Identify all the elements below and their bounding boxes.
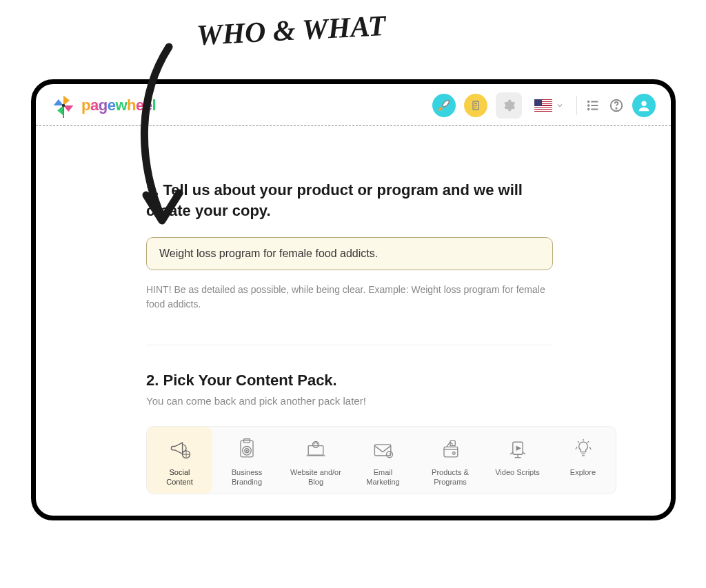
content-packs: Social Content Business Branding	[146, 426, 616, 494]
us-flag-icon	[534, 99, 552, 112]
section-divider	[146, 345, 553, 345]
svg-point-13	[616, 108, 616, 108]
pack-social-content[interactable]: Social Content	[147, 427, 212, 493]
rocket-icon	[438, 99, 450, 112]
section2-title: 2. Pick Your Content Pack.	[146, 372, 616, 389]
list-icon	[585, 98, 601, 113]
svg-point-28	[453, 452, 456, 455]
pack-label: Explore	[570, 468, 596, 477]
document-button[interactable]	[464, 94, 487, 117]
pack-email-marketing[interactable]: 1 Email Marketing	[350, 427, 416, 493]
svg-point-10	[588, 105, 589, 106]
pack-label: Social Content	[155, 468, 204, 486]
device-frame: pagewheel	[31, 79, 676, 520]
pack-video-scripts[interactable]: Video Scripts	[485, 427, 550, 493]
svg-rect-27	[444, 447, 458, 457]
svg-point-0	[62, 104, 65, 108]
laptop-icon	[303, 436, 329, 463]
rocket-button[interactable]	[432, 94, 456, 117]
pack-website-blog[interactable]: Website and/or Blog	[281, 427, 350, 493]
svg-point-9	[588, 101, 589, 103]
target-icon	[234, 436, 260, 463]
product-description-input[interactable]	[146, 237, 553, 270]
document-icon	[470, 100, 481, 111]
megaphone-icon	[167, 436, 193, 463]
person-icon	[636, 98, 652, 113]
pinwheel-icon	[51, 93, 76, 118]
envelope-icon: 1	[370, 436, 396, 463]
svg-point-11	[588, 109, 589, 110]
pack-products-programs[interactable]: Products & Programs	[416, 427, 485, 493]
input-hint: HINT! Be as detailed as possible, while …	[146, 283, 553, 312]
svg-point-20	[246, 450, 248, 452]
svg-point-14	[641, 101, 646, 106]
svg-text:1: 1	[388, 452, 391, 457]
wallet-icon	[437, 436, 463, 463]
pack-label: Email Marketing	[359, 468, 407, 486]
pack-label: Business Branding	[221, 468, 273, 486]
divider	[576, 96, 577, 115]
annotation-callout: WHO & WHAT	[196, 9, 387, 52]
section2-subtitle: You can come back and pick another pack …	[146, 395, 616, 407]
video-icon	[505, 436, 531, 463]
user-avatar[interactable]	[632, 94, 656, 117]
lightbulb-icon	[570, 436, 596, 463]
pack-label: Products & Programs	[424, 468, 476, 486]
chevron-down-icon	[556, 101, 564, 110]
settings-button[interactable]	[496, 92, 522, 119]
pack-label: Website and/or Blog	[290, 468, 342, 486]
header-actions	[432, 92, 656, 119]
language-selector[interactable]	[530, 98, 568, 113]
pack-business-branding[interactable]: Business Branding	[212, 427, 281, 493]
svg-line-38	[587, 442, 589, 443]
pack-explore[interactable]: Explore	[550, 427, 616, 493]
section1-title: 1. Tell us about your product or program…	[146, 180, 546, 221]
list-button[interactable]	[585, 98, 601, 113]
annotation-arrow	[131, 40, 193, 240]
help-icon	[609, 98, 624, 113]
svg-line-37	[577, 442, 578, 443]
gear-icon	[502, 99, 516, 112]
pack-label: Video Scripts	[495, 468, 540, 477]
svg-marker-31	[516, 447, 520, 450]
help-button[interactable]	[609, 98, 624, 113]
